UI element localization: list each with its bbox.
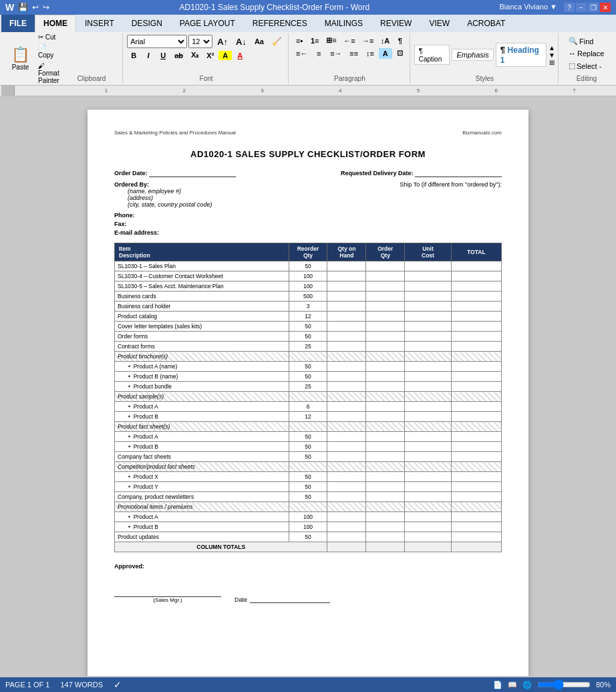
item-unit-cost[interactable] <box>405 281 451 292</box>
item-qty-on-hand[interactable] <box>327 492 366 502</box>
grow-font-button[interactable]: A↑ <box>214 35 231 48</box>
item-total[interactable] <box>451 322 501 332</box>
view-print-icon[interactable]: 📄 <box>493 681 502 689</box>
item-unit-cost[interactable] <box>405 382 451 392</box>
item-total[interactable] <box>451 452 501 462</box>
tab-review[interactable]: REVIEW <box>371 15 420 32</box>
view-read-icon[interactable]: 📖 <box>508 681 517 689</box>
item-total[interactable] <box>451 382 501 392</box>
item-qty-on-hand[interactable] <box>327 482 366 492</box>
tab-home[interactable]: HOME <box>35 15 76 32</box>
item-qty-on-hand[interactable] <box>327 452 366 462</box>
select-button[interactable]: ⬚ Select - <box>564 60 609 72</box>
shrink-font-button[interactable]: A↓ <box>233 35 250 48</box>
item-qty-on-hand[interactable] <box>327 362 366 372</box>
item-total[interactable] <box>451 442 501 452</box>
item-order-qty[interactable] <box>366 512 405 522</box>
item-qty-on-hand[interactable] <box>327 312 366 322</box>
zoom-slider[interactable] <box>537 679 591 690</box>
highlight-button[interactable]: A <box>218 51 232 60</box>
item-unit-cost[interactable] <box>405 362 451 372</box>
tab-view[interactable]: VIEW <box>420 15 458 32</box>
format-painter-button[interactable]: 🖌 Format Painter <box>35 61 63 86</box>
tab-file[interactable]: FILE <box>1 15 35 32</box>
item-qty-on-hand[interactable] <box>327 442 366 452</box>
item-qty-on-hand[interactable] <box>327 402 366 412</box>
shading-button[interactable]: A <box>379 48 392 59</box>
item-unit-cost[interactable] <box>405 312 451 322</box>
item-total[interactable] <box>451 302 501 312</box>
decrease-indent-button[interactable]: ←≡ <box>340 35 357 46</box>
caption-style[interactable]: ¶ Caption <box>414 45 450 65</box>
item-total[interactable] <box>451 412 501 422</box>
item-order-qty[interactable] <box>366 382 405 392</box>
item-total[interactable] <box>451 362 501 372</box>
item-qty-on-hand[interactable] <box>327 271 366 281</box>
item-order-qty[interactable] <box>366 302 405 312</box>
item-qty-on-hand[interactable] <box>327 372 366 382</box>
quick-access-save[interactable]: 💾 <box>18 3 28 12</box>
item-unit-cost[interactable] <box>405 342 451 352</box>
minimize-button[interactable]: − <box>576 3 587 12</box>
item-order-qty[interactable] <box>366 472 405 482</box>
item-total[interactable] <box>451 261 501 271</box>
superscript-button[interactable]: X² <box>203 50 217 61</box>
item-qty-on-hand[interactable] <box>327 412 366 422</box>
item-total[interactable] <box>451 472 501 482</box>
doc-check-icon[interactable]: ✓ <box>114 679 122 690</box>
multilevel-button[interactable]: ⊞≡ <box>323 35 339 46</box>
item-qty-on-hand[interactable] <box>327 322 366 332</box>
sort-button[interactable]: ↕A <box>377 35 392 46</box>
replace-button[interactable]: ↔ Replace <box>564 47 609 60</box>
item-order-qty[interactable] <box>366 271 405 281</box>
item-order-qty[interactable] <box>366 482 405 492</box>
align-left-button[interactable]: ≡← <box>293 48 311 59</box>
item-order-qty[interactable] <box>366 492 405 502</box>
show-marks-button[interactable]: ¶ <box>394 35 407 46</box>
item-unit-cost[interactable] <box>405 532 451 542</box>
align-right-button[interactable]: ≡→ <box>327 48 345 59</box>
font-color-button[interactable]: A <box>233 50 247 61</box>
item-order-qty[interactable] <box>366 402 405 412</box>
item-total[interactable] <box>451 281 501 292</box>
item-order-qty[interactable] <box>366 362 405 372</box>
clear-format-button[interactable]: 🧹 <box>269 35 285 47</box>
item-order-qty[interactable] <box>366 452 405 462</box>
item-qty-on-hand[interactable] <box>327 342 366 352</box>
item-unit-cost[interactable] <box>405 412 451 422</box>
item-order-qty[interactable] <box>366 342 405 352</box>
item-qty-on-hand[interactable] <box>327 522 366 532</box>
item-order-qty[interactable] <box>366 532 405 542</box>
increase-indent-button[interactable]: →≡ <box>359 35 376 46</box>
item-unit-cost[interactable] <box>405 442 451 452</box>
item-total[interactable] <box>451 512 501 522</box>
item-qty-on-hand[interactable] <box>327 472 366 482</box>
item-order-qty[interactable] <box>366 432 405 442</box>
item-qty-on-hand[interactable] <box>327 382 366 392</box>
strikethrough-button[interactable]: ab <box>171 50 186 61</box>
item-order-qty[interactable] <box>366 372 405 382</box>
styles-scroll[interactable]: ▲ ▼ ⊞ <box>549 44 555 66</box>
tab-references[interactable]: REFERENCES <box>244 15 316 32</box>
bold-button[interactable]: B <box>127 50 140 61</box>
borders-button[interactable]: ⊡ <box>394 47 407 59</box>
item-qty-on-hand[interactable] <box>327 332 366 342</box>
item-total[interactable] <box>451 342 501 352</box>
item-order-qty[interactable] <box>366 322 405 332</box>
tab-pagelayout[interactable]: PAGE LAYOUT <box>171 15 244 32</box>
tab-mailings[interactable]: MAILINGS <box>316 15 371 32</box>
change-case-button[interactable]: Aa <box>251 36 267 47</box>
bullets-button[interactable]: ≡• <box>293 35 306 46</box>
restore-button[interactable]: ❐ <box>588 3 599 12</box>
item-unit-cost[interactable] <box>405 452 451 462</box>
item-total[interactable] <box>451 482 501 492</box>
item-unit-cost[interactable] <box>405 472 451 482</box>
item-qty-on-hand[interactable] <box>327 432 366 442</box>
item-total[interactable] <box>451 402 501 412</box>
item-total[interactable] <box>451 332 501 342</box>
item-total[interactable] <box>451 492 501 502</box>
item-total[interactable] <box>451 372 501 382</box>
item-qty-on-hand[interactable] <box>327 532 366 542</box>
copy-button[interactable]: 📄 Copy <box>35 43 63 60</box>
subscript-button[interactable]: X₂ <box>188 49 202 61</box>
